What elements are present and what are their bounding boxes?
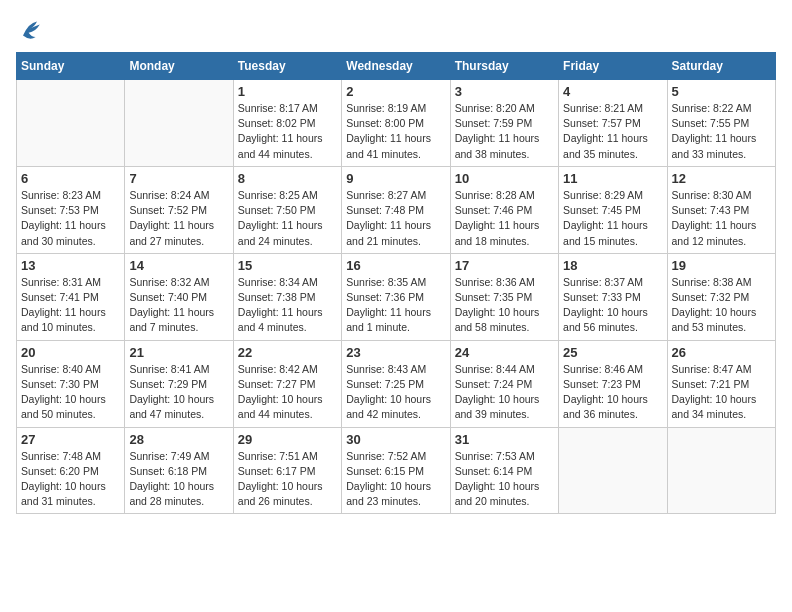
day-number: 16: [346, 258, 445, 273]
logo: [16, 16, 48, 44]
calendar-cell: 23Sunrise: 8:43 AM Sunset: 7:25 PM Dayli…: [342, 340, 450, 427]
calendar-cell: 13Sunrise: 8:31 AM Sunset: 7:41 PM Dayli…: [17, 253, 125, 340]
calendar-cell: 31Sunrise: 7:53 AM Sunset: 6:14 PM Dayli…: [450, 427, 558, 514]
day-number: 12: [672, 171, 771, 186]
day-number: 14: [129, 258, 228, 273]
day-info: Sunrise: 8:42 AM Sunset: 7:27 PM Dayligh…: [238, 362, 337, 423]
calendar-cell: 24Sunrise: 8:44 AM Sunset: 7:24 PM Dayli…: [450, 340, 558, 427]
day-info: Sunrise: 8:38 AM Sunset: 7:32 PM Dayligh…: [672, 275, 771, 336]
day-info: Sunrise: 7:51 AM Sunset: 6:17 PM Dayligh…: [238, 449, 337, 510]
day-number: 24: [455, 345, 554, 360]
day-number: 21: [129, 345, 228, 360]
day-number: 10: [455, 171, 554, 186]
calendar-cell: 18Sunrise: 8:37 AM Sunset: 7:33 PM Dayli…: [559, 253, 667, 340]
calendar-cell: 30Sunrise: 7:52 AM Sunset: 6:15 PM Dayli…: [342, 427, 450, 514]
calendar-cell: 2Sunrise: 8:19 AM Sunset: 8:00 PM Daylig…: [342, 80, 450, 167]
day-info: Sunrise: 7:49 AM Sunset: 6:18 PM Dayligh…: [129, 449, 228, 510]
calendar-cell: 9Sunrise: 8:27 AM Sunset: 7:48 PM Daylig…: [342, 166, 450, 253]
day-number: 6: [21, 171, 120, 186]
page-header: [16, 16, 776, 44]
calendar-cell: 28Sunrise: 7:49 AM Sunset: 6:18 PM Dayli…: [125, 427, 233, 514]
day-info: Sunrise: 8:40 AM Sunset: 7:30 PM Dayligh…: [21, 362, 120, 423]
weekday-header-tuesday: Tuesday: [233, 53, 341, 80]
day-info: Sunrise: 8:25 AM Sunset: 7:50 PM Dayligh…: [238, 188, 337, 249]
calendar-cell: 12Sunrise: 8:30 AM Sunset: 7:43 PM Dayli…: [667, 166, 775, 253]
calendar-cell: 22Sunrise: 8:42 AM Sunset: 7:27 PM Dayli…: [233, 340, 341, 427]
day-number: 25: [563, 345, 662, 360]
day-info: Sunrise: 8:24 AM Sunset: 7:52 PM Dayligh…: [129, 188, 228, 249]
calendar-cell: 8Sunrise: 8:25 AM Sunset: 7:50 PM Daylig…: [233, 166, 341, 253]
weekday-header-friday: Friday: [559, 53, 667, 80]
day-number: 7: [129, 171, 228, 186]
day-number: 30: [346, 432, 445, 447]
day-number: 13: [21, 258, 120, 273]
day-info: Sunrise: 8:47 AM Sunset: 7:21 PM Dayligh…: [672, 362, 771, 423]
weekday-header-sunday: Sunday: [17, 53, 125, 80]
day-info: Sunrise: 8:28 AM Sunset: 7:46 PM Dayligh…: [455, 188, 554, 249]
day-info: Sunrise: 8:23 AM Sunset: 7:53 PM Dayligh…: [21, 188, 120, 249]
calendar-cell: 11Sunrise: 8:29 AM Sunset: 7:45 PM Dayli…: [559, 166, 667, 253]
calendar-cell: [559, 427, 667, 514]
day-info: Sunrise: 8:17 AM Sunset: 8:02 PM Dayligh…: [238, 101, 337, 162]
calendar-cell: 3Sunrise: 8:20 AM Sunset: 7:59 PM Daylig…: [450, 80, 558, 167]
calendar-cell: 29Sunrise: 7:51 AM Sunset: 6:17 PM Dayli…: [233, 427, 341, 514]
day-number: 26: [672, 345, 771, 360]
weekday-header-saturday: Saturday: [667, 53, 775, 80]
day-info: Sunrise: 7:52 AM Sunset: 6:15 PM Dayligh…: [346, 449, 445, 510]
calendar-cell: 19Sunrise: 8:38 AM Sunset: 7:32 PM Dayli…: [667, 253, 775, 340]
day-info: Sunrise: 8:43 AM Sunset: 7:25 PM Dayligh…: [346, 362, 445, 423]
day-info: Sunrise: 8:46 AM Sunset: 7:23 PM Dayligh…: [563, 362, 662, 423]
day-info: Sunrise: 8:41 AM Sunset: 7:29 PM Dayligh…: [129, 362, 228, 423]
day-number: 5: [672, 84, 771, 99]
day-number: 3: [455, 84, 554, 99]
day-info: Sunrise: 8:19 AM Sunset: 8:00 PM Dayligh…: [346, 101, 445, 162]
weekday-header-thursday: Thursday: [450, 53, 558, 80]
calendar-cell: 25Sunrise: 8:46 AM Sunset: 7:23 PM Dayli…: [559, 340, 667, 427]
day-number: 17: [455, 258, 554, 273]
calendar-week-5: 27Sunrise: 7:48 AM Sunset: 6:20 PM Dayli…: [17, 427, 776, 514]
day-info: Sunrise: 8:36 AM Sunset: 7:35 PM Dayligh…: [455, 275, 554, 336]
day-info: Sunrise: 8:30 AM Sunset: 7:43 PM Dayligh…: [672, 188, 771, 249]
day-info: Sunrise: 8:35 AM Sunset: 7:36 PM Dayligh…: [346, 275, 445, 336]
calendar-cell: 20Sunrise: 8:40 AM Sunset: 7:30 PM Dayli…: [17, 340, 125, 427]
logo-bird-icon: [16, 16, 44, 44]
day-info: Sunrise: 7:53 AM Sunset: 6:14 PM Dayligh…: [455, 449, 554, 510]
day-info: Sunrise: 8:20 AM Sunset: 7:59 PM Dayligh…: [455, 101, 554, 162]
day-number: 4: [563, 84, 662, 99]
day-number: 19: [672, 258, 771, 273]
calendar-week-1: 1Sunrise: 8:17 AM Sunset: 8:02 PM Daylig…: [17, 80, 776, 167]
calendar-cell: 26Sunrise: 8:47 AM Sunset: 7:21 PM Dayli…: [667, 340, 775, 427]
calendar-cell: 5Sunrise: 8:22 AM Sunset: 7:55 PM Daylig…: [667, 80, 775, 167]
calendar-cell: 21Sunrise: 8:41 AM Sunset: 7:29 PM Dayli…: [125, 340, 233, 427]
day-number: 31: [455, 432, 554, 447]
day-info: Sunrise: 8:22 AM Sunset: 7:55 PM Dayligh…: [672, 101, 771, 162]
day-number: 11: [563, 171, 662, 186]
weekday-header-wednesday: Wednesday: [342, 53, 450, 80]
calendar-cell: 17Sunrise: 8:36 AM Sunset: 7:35 PM Dayli…: [450, 253, 558, 340]
calendar-cell: 10Sunrise: 8:28 AM Sunset: 7:46 PM Dayli…: [450, 166, 558, 253]
calendar-cell: 6Sunrise: 8:23 AM Sunset: 7:53 PM Daylig…: [17, 166, 125, 253]
calendar-cell: 1Sunrise: 8:17 AM Sunset: 8:02 PM Daylig…: [233, 80, 341, 167]
calendar-cell: 14Sunrise: 8:32 AM Sunset: 7:40 PM Dayli…: [125, 253, 233, 340]
day-number: 15: [238, 258, 337, 273]
day-info: Sunrise: 8:37 AM Sunset: 7:33 PM Dayligh…: [563, 275, 662, 336]
calendar-cell: [125, 80, 233, 167]
calendar-cell: 16Sunrise: 8:35 AM Sunset: 7:36 PM Dayli…: [342, 253, 450, 340]
day-info: Sunrise: 8:44 AM Sunset: 7:24 PM Dayligh…: [455, 362, 554, 423]
day-info: Sunrise: 8:29 AM Sunset: 7:45 PM Dayligh…: [563, 188, 662, 249]
day-info: Sunrise: 8:32 AM Sunset: 7:40 PM Dayligh…: [129, 275, 228, 336]
calendar-cell: [667, 427, 775, 514]
calendar-cell: 27Sunrise: 7:48 AM Sunset: 6:20 PM Dayli…: [17, 427, 125, 514]
day-number: 1: [238, 84, 337, 99]
day-number: 18: [563, 258, 662, 273]
calendar-week-4: 20Sunrise: 8:40 AM Sunset: 7:30 PM Dayli…: [17, 340, 776, 427]
calendar-cell: 15Sunrise: 8:34 AM Sunset: 7:38 PM Dayli…: [233, 253, 341, 340]
calendar-week-2: 6Sunrise: 8:23 AM Sunset: 7:53 PM Daylig…: [17, 166, 776, 253]
calendar-cell: 4Sunrise: 8:21 AM Sunset: 7:57 PM Daylig…: [559, 80, 667, 167]
calendar-cell: 7Sunrise: 8:24 AM Sunset: 7:52 PM Daylig…: [125, 166, 233, 253]
day-info: Sunrise: 8:34 AM Sunset: 7:38 PM Dayligh…: [238, 275, 337, 336]
day-info: Sunrise: 8:31 AM Sunset: 7:41 PM Dayligh…: [21, 275, 120, 336]
calendar-week-3: 13Sunrise: 8:31 AM Sunset: 7:41 PM Dayli…: [17, 253, 776, 340]
day-info: Sunrise: 8:21 AM Sunset: 7:57 PM Dayligh…: [563, 101, 662, 162]
day-info: Sunrise: 8:27 AM Sunset: 7:48 PM Dayligh…: [346, 188, 445, 249]
